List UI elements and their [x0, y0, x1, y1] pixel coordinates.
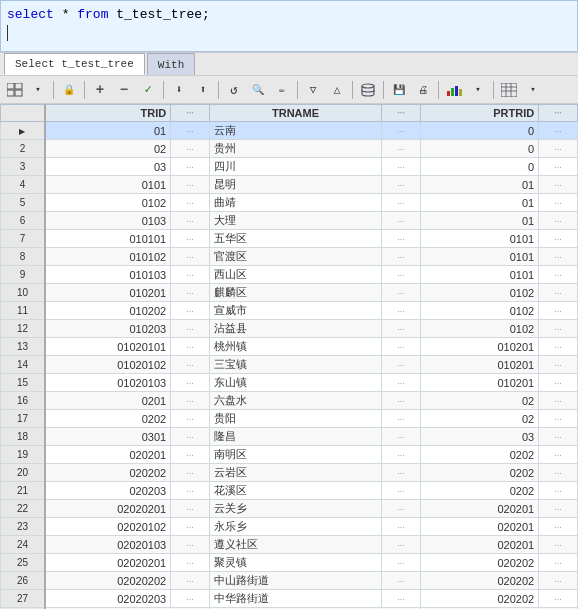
- db-button[interactable]: [357, 79, 379, 101]
- cell-prtrid: 020201: [420, 536, 538, 554]
- table-row[interactable]: 19020201···南明区···0202···: [1, 446, 578, 464]
- cell-trname: 花溪区: [209, 482, 381, 500]
- col-header-trname[interactable]: TRNAME: [209, 105, 381, 122]
- apply-button[interactable]: ✓: [137, 79, 159, 101]
- table-row[interactable]: 7010101···五华区···0101···: [1, 230, 578, 248]
- row-indicator: 18: [1, 428, 45, 446]
- table-dropdown-button[interactable]: ▾: [522, 79, 544, 101]
- cell-trid-extra: ···: [171, 140, 210, 158]
- cell-prtrid-extra: ···: [539, 266, 578, 284]
- cell-trid-extra: ···: [171, 464, 210, 482]
- table-row[interactable]: 60103···大理···01···: [1, 212, 578, 230]
- tab-select[interactable]: Select t_test_tree: [4, 53, 145, 75]
- row-indicator: 4: [1, 176, 45, 194]
- plus-icon: +: [96, 82, 104, 98]
- table-row[interactable]: 170202···贵阳···02···: [1, 410, 578, 428]
- print-button[interactable]: 🖨: [412, 79, 434, 101]
- edit-button[interactable]: ✏: [271, 79, 293, 101]
- cell-trid: 0301: [45, 428, 171, 446]
- svg-rect-3: [15, 90, 22, 96]
- search-button[interactable]: 🔍: [247, 79, 269, 101]
- filter-down-button[interactable]: ▽: [302, 79, 324, 101]
- cell-prtrid-extra: ···: [539, 158, 578, 176]
- cell-prtrid: 0102: [420, 284, 538, 302]
- table-row[interactable]: 1401020102···三宝镇···010201···: [1, 356, 578, 374]
- sort-desc-button[interactable]: ⬆: [192, 79, 214, 101]
- cell-trid: 02020201: [45, 500, 171, 518]
- table-row[interactable]: 2602020202···中山路街道···020202···: [1, 572, 578, 590]
- toolbar-group-view: ▾: [4, 79, 49, 101]
- cell-trname-extra: ···: [382, 122, 421, 140]
- cell-trname-extra: ···: [382, 302, 421, 320]
- sql-from-keyword: from: [77, 7, 108, 22]
- table-row[interactable]: 40101···昆明···01···: [1, 176, 578, 194]
- sql-editor[interactable]: select * from t_test_tree;: [0, 0, 578, 52]
- col-header-trid[interactable]: TRID: [45, 105, 171, 122]
- table-row[interactable]: 2202020201···云关乡···020201···: [1, 500, 578, 518]
- table-row[interactable]: 180301···隆昌···03···: [1, 428, 578, 446]
- row-indicator: 22: [1, 500, 45, 518]
- cell-prtrid-extra: ···: [539, 518, 578, 536]
- table-row[interactable]: 2702020203···中华路街道···020202···: [1, 590, 578, 608]
- sep5: [297, 81, 298, 99]
- cell-prtrid-extra: ···: [539, 446, 578, 464]
- chart-button[interactable]: [443, 79, 465, 101]
- col-header-trid-dots: ···: [171, 105, 210, 122]
- cell-prtrid: 02: [420, 410, 538, 428]
- cell-trname-extra: ···: [382, 230, 421, 248]
- cell-trname: 曲靖: [209, 194, 381, 212]
- col-header-prtrid-dots: ···: [539, 105, 578, 122]
- cell-prtrid-extra: ···: [539, 392, 578, 410]
- dropdown-view-button[interactable]: ▾: [27, 79, 49, 101]
- sort-asc-button[interactable]: ⬇: [168, 79, 190, 101]
- refresh-button[interactable]: ↺: [223, 79, 245, 101]
- sql-table-name: t_test_tree;: [116, 7, 210, 22]
- cell-trname: 三宝镇: [209, 356, 381, 374]
- table-row[interactable]: 20020202···云岩区···0202···: [1, 464, 578, 482]
- grid-view-button[interactable]: [4, 79, 26, 101]
- cell-trid-extra: ···: [171, 266, 210, 284]
- cell-prtrid-extra: ···: [539, 374, 578, 392]
- table-row[interactable]: 160201···六盘水···02···: [1, 392, 578, 410]
- table-row[interactable]: 8010102···官渡区···0101···: [1, 248, 578, 266]
- cell-trname-extra: ···: [382, 464, 421, 482]
- cell-trid-extra: ···: [171, 482, 210, 500]
- chart-dropdown-button[interactable]: ▾: [467, 79, 489, 101]
- lock-button[interactable]: 🔒: [58, 79, 80, 101]
- table-row[interactable]: 1501020103···东山镇···010201···: [1, 374, 578, 392]
- tab-with[interactable]: With: [147, 53, 195, 75]
- cell-trname: 贵阳: [209, 410, 381, 428]
- delete-row-button[interactable]: −: [113, 79, 135, 101]
- table-button[interactable]: [498, 79, 520, 101]
- table-row[interactable]: 303···四川···0···: [1, 158, 578, 176]
- save-button[interactable]: 💾: [388, 79, 410, 101]
- data-grid[interactable]: TRID ··· TRNAME ··· PRTRID ··· ▶01···云南·…: [0, 104, 578, 609]
- table-row[interactable]: ▶01···云南···0···: [1, 122, 578, 140]
- table-row[interactable]: 10010201···麒麟区···0102···: [1, 284, 578, 302]
- cell-trname: 聚灵镇: [209, 554, 381, 572]
- table-row[interactable]: 202···贵州···0···: [1, 140, 578, 158]
- col-header-prtrid[interactable]: PRTRID: [420, 105, 538, 122]
- row-indicator: 16: [1, 392, 45, 410]
- table-row[interactable]: 9010103···西山区···0101···: [1, 266, 578, 284]
- filter-up-button[interactable]: △: [326, 79, 348, 101]
- cell-trname-extra: ···: [382, 428, 421, 446]
- table-row[interactable]: 2302020102···永乐乡···020201···: [1, 518, 578, 536]
- table-row[interactable]: 2402020103···遵义社区···020201···: [1, 536, 578, 554]
- cell-trid: 03: [45, 158, 171, 176]
- table-row[interactable]: 1301020101···桃州镇···010201···: [1, 338, 578, 356]
- table-row[interactable]: 2502020201···聚灵镇···020202···: [1, 554, 578, 572]
- cell-prtrid: 010201: [420, 374, 538, 392]
- table-row[interactable]: 50102···曲靖···01···: [1, 194, 578, 212]
- table-row[interactable]: 11010202···宣威市···0102···: [1, 302, 578, 320]
- row-indicator: 8: [1, 248, 45, 266]
- cell-prtrid: 010201: [420, 338, 538, 356]
- cell-trid: 0102: [45, 194, 171, 212]
- cell-prtrid-extra: ···: [539, 554, 578, 572]
- add-row-button[interactable]: +: [89, 79, 111, 101]
- table-row[interactable]: 21020203···花溪区···0202···: [1, 482, 578, 500]
- table-row[interactable]: 12010203···沾益县···0102···: [1, 320, 578, 338]
- cell-trid-extra: ···: [171, 212, 210, 230]
- cell-trid-extra: ···: [171, 230, 210, 248]
- refresh-icon: ↺: [230, 82, 238, 98]
